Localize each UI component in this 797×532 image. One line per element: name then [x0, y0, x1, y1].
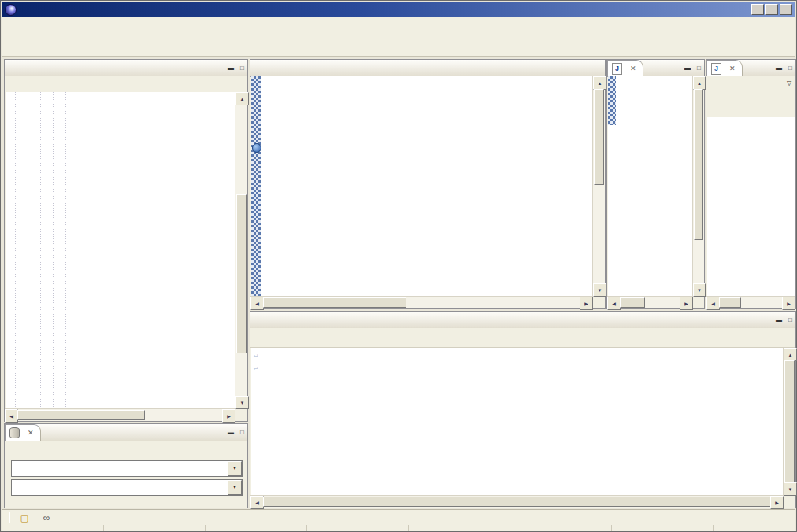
- minimize-view-icon[interactable]: ▬: [680, 62, 690, 72]
- maximize-view-icon[interactable]: □: [235, 62, 246, 72]
- package-explorer-toolbar: [5, 76, 247, 92]
- close-icon[interactable]: ✕: [28, 429, 34, 437]
- maximize-view-icon[interactable]: □: [784, 314, 794, 324]
- scroll-thumb[interactable]: [263, 297, 406, 308]
- status-bar: ▢ ∞: [2, 509, 795, 526]
- main-toolbar: [2, 31, 795, 57]
- scroll-left-button[interactable]: ◀: [607, 297, 621, 310]
- editor-vertical-scrollbar[interactable]: ▲ ▼: [592, 76, 605, 297]
- chevron-down-icon[interactable]: ▼: [228, 480, 242, 495]
- console-panel: ▬ □ ↵ ↵ ▲ ▼ ◀ ▶: [250, 311, 796, 508]
- scroll-right-button[interactable]: ▶: [782, 297, 795, 310]
- eclipse-window: ▬ □ ▲ ▼ ◀ ▶ ✕ ▬ □: [0, 0, 797, 532]
- scroll-thumb[interactable]: [236, 194, 247, 353]
- console-tabbar: [250, 312, 795, 329]
- myt-editor-panel: ✕ ▬ □ ▲ ▼ ◀ ▶: [606, 59, 705, 309]
- scroll-left-button[interactable]: ◀: [5, 409, 18, 423]
- scroll-up-button[interactable]: ▲: [693, 76, 706, 90]
- progress-strip: [2, 525, 795, 531]
- tree-horizontal-scrollbar[interactable]: ◀ ▶: [5, 408, 235, 421]
- tab-db-tree-view[interactable]: ✕: [5, 424, 41, 441]
- myt-horizontal-scrollbar[interactable]: ◀ ▶: [607, 296, 693, 308]
- console-status-row: [250, 328, 795, 348]
- scroll-up-button[interactable]: ▲: [784, 348, 797, 361]
- tree-vertical-scrollbar[interactable]: ▲ ▼: [235, 92, 247, 409]
- minimize-view-icon[interactable]: ▬: [223, 62, 233, 72]
- editor-panel: ▲ ▼ ◀ ▶: [250, 59, 606, 309]
- view-menu-button[interactable]: ▽: [782, 77, 792, 87]
- console-line: ↵: [254, 349, 780, 361]
- scroll-down-button[interactable]: ▼: [784, 482, 797, 496]
- db-view-toolbar: [5, 441, 247, 458]
- editor-margin-strip: [251, 76, 261, 296]
- editor-tabbar: [250, 60, 605, 77]
- scroll-right-button[interactable]: ▶: [770, 496, 784, 509]
- maximize-button[interactable]: [765, 4, 778, 15]
- outline-icon: [711, 63, 721, 75]
- console-horizontal-scrollbar[interactable]: ◀ ▶: [250, 495, 784, 508]
- tab-outline[interactable]: ✕: [706, 60, 743, 76]
- minimize-view-icon[interactable]: ▬: [223, 427, 233, 437]
- myt-margin-strip: [608, 76, 616, 125]
- chevron-down-icon[interactable]: ▼: [228, 461, 242, 476]
- db-view-tabbar: ✕: [5, 424, 247, 441]
- minimize-button[interactable]: [751, 4, 764, 15]
- editor-horizontal-scrollbar[interactable]: ◀ ▶: [250, 296, 593, 308]
- editor-body: [251, 76, 592, 296]
- scroll-down-button[interactable]: ▼: [235, 396, 249, 409]
- scroll-left-button[interactable]: ◀: [250, 496, 264, 509]
- scroll-left-button[interactable]: ◀: [250, 297, 264, 310]
- scroll-right-button[interactable]: ▶: [222, 409, 235, 423]
- scroll-thumb[interactable]: [594, 89, 604, 185]
- myt-body: [608, 76, 693, 297]
- package-explorer-panel: ▬ □ ▲ ▼ ◀ ▶: [4, 59, 248, 422]
- myt-code-editor[interactable]: [616, 76, 693, 297]
- title-bar: [2, 2, 795, 17]
- console-output[interactable]: ↵ ↵: [251, 348, 783, 495]
- db-tree-view-panel: ✕ ▬ □ ▼ ▼: [4, 423, 248, 508]
- package-explorer-tree[interactable]: [6, 92, 235, 408]
- code-editor[interactable]: [261, 76, 592, 296]
- maximize-view-icon[interactable]: □: [235, 427, 246, 437]
- database-icon: [9, 427, 20, 438]
- maximize-view-icon[interactable]: □: [784, 62, 794, 72]
- maximize-view-icon[interactable]: □: [692, 62, 702, 72]
- details-glasses-icon[interactable]: ∞: [39, 512, 54, 524]
- outline-tree[interactable]: [707, 117, 795, 296]
- scroll-left-button[interactable]: ◀: [706, 297, 720, 310]
- outline-menu-row: ▽: [706, 76, 795, 88]
- console-vertical-scrollbar[interactable]: ▲ ▼: [783, 348, 795, 496]
- scroll-up-button[interactable]: ▲: [593, 76, 606, 90]
- scroll-up-button[interactable]: ▲: [235, 92, 249, 105]
- close-icon[interactable]: ✕: [630, 65, 636, 72]
- scroll-thumb[interactable]: [719, 297, 741, 308]
- menu-bar: [2, 17, 795, 32]
- scroll-right-button[interactable]: ▶: [580, 297, 593, 310]
- scroll-down-button[interactable]: ▼: [593, 283, 606, 297]
- console-line: ↵: [254, 361, 780, 374]
- outline-panel: ✕ ▬ □ ▽ ◀ ▶: [706, 59, 796, 309]
- scroll-right-button[interactable]: ▶: [680, 297, 693, 310]
- scroll-thumb[interactable]: [17, 410, 145, 420]
- minimize-view-icon[interactable]: ▬: [771, 62, 781, 72]
- filter-combo[interactable]: ▼: [11, 460, 243, 477]
- scroll-down-button[interactable]: ▼: [693, 283, 706, 297]
- myt-vertical-scrollbar[interactable]: ▲ ▼: [692, 76, 704, 297]
- scroll-thumb[interactable]: [694, 89, 703, 240]
- outline-horizontal-scrollbar[interactable]: ◀ ▶: [706, 296, 795, 308]
- minimize-view-icon[interactable]: ▬: [771, 314, 781, 324]
- column-combo[interactable]: ▼: [11, 479, 243, 496]
- outline-toolbar: [708, 88, 795, 119]
- debug-instruction-pointer-icon: [252, 143, 261, 153]
- close-button[interactable]: [780, 4, 792, 15]
- scroll-thumb[interactable]: [784, 360, 795, 483]
- tab-myt[interactable]: ✕: [607, 60, 643, 76]
- package-explorer-tabbar: [5, 60, 247, 77]
- java-file-icon: [612, 63, 622, 75]
- scroll-thumb[interactable]: [263, 497, 771, 507]
- close-icon[interactable]: ✕: [729, 65, 736, 72]
- scroll-thumb[interactable]: [620, 297, 645, 308]
- eclipse-logo-icon: [5, 4, 17, 16]
- wizard-icon[interactable]: ▢: [17, 512, 32, 524]
- divider: [9, 512, 10, 523]
